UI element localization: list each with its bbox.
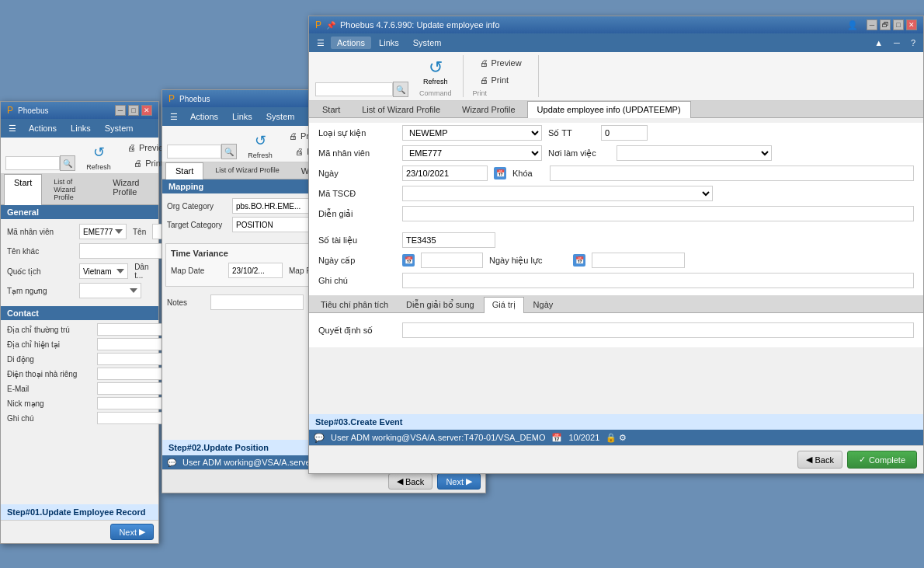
- main-tab-update[interactable]: Update employee info (UPDATEEMP): [527, 101, 691, 118]
- main-search-input[interactable]: [315, 82, 393, 96]
- main-khoa-input[interactable]: [550, 166, 914, 181]
- middle-next-btn[interactable]: Next ▶: [437, 473, 481, 490]
- back-refresh-group: ↺ Refresh: [83, 141, 114, 171]
- middle-back-btn[interactable]: ◀ Back: [388, 473, 432, 490]
- back-ghi-chu-row: Ghi chú: [1, 412, 158, 424]
- main-app-menu-icon[interactable]: ☰: [312, 37, 329, 50]
- main-ngay-hieu-luc-cal-icon[interactable]: 📅: [573, 254, 585, 267]
- middle-app-menu-icon[interactable]: ☰: [165, 110, 182, 124]
- main-dien-giai-input[interactable]: [402, 206, 914, 221]
- back-tam-ngung-select[interactable]: [79, 283, 141, 298]
- middle-refresh-group: ↺ Refresh: [245, 130, 276, 159]
- back-ma-nhan-vien-select[interactable]: EME777: [79, 224, 127, 239]
- main-inner-tab-0[interactable]: Tiêu chí phân tích: [312, 297, 397, 312]
- main-inner-tab-3[interactable]: Ngày: [525, 297, 562, 312]
- back-search-btn[interactable]: 🔍: [60, 155, 75, 171]
- main-preview-btn[interactable]: 🖨 Preview: [473, 55, 529, 71]
- main-print-btn[interactable]: 🖨 Print: [473, 72, 516, 88]
- back-minimize-btn[interactable]: ─: [115, 105, 126, 116]
- back-app-menu-icon[interactable]: ☰: [4, 122, 21, 135]
- main-ma-tscd-row: Mã TSCĐ: [309, 183, 923, 204]
- back-search-input[interactable]: [5, 156, 60, 170]
- main-status-user: User ADM working@VSA/A.server:T470-01/VS…: [331, 433, 545, 442]
- main-up-arrow[interactable]: ▲: [870, 37, 888, 49]
- main-ma-nhan-vien-select[interactable]: EME777: [402, 145, 542, 161]
- main-tab-start[interactable]: Start: [312, 101, 350, 117]
- back-close-btn[interactable]: ✕: [141, 105, 152, 116]
- back-next-btn[interactable]: Next ▶: [110, 524, 154, 540]
- middle-search-input[interactable]: [167, 145, 221, 159]
- main-refresh-icon: ↺: [429, 57, 443, 78]
- middle-tab-list[interactable]: List of Wizard Profile: [205, 162, 290, 179]
- main-quyet-dinh-input[interactable]: [402, 322, 914, 338]
- main-inner-tab-2[interactable]: Giá trị: [484, 297, 524, 313]
- middle-refresh-icon: ↺: [255, 132, 266, 149]
- main-restore-btn[interactable]: 🗗: [880, 19, 891, 30]
- main-complete-btn[interactable]: ✓ Complete: [847, 451, 917, 469]
- back-maximize-btn[interactable]: □: [128, 105, 139, 116]
- middle-status-icon: 💬: [167, 458, 176, 467]
- main-print-label: Print: [492, 75, 509, 85]
- main-minimize-ribbon-btn[interactable]: ─: [889, 37, 905, 49]
- middle-notes-input[interactable]: [210, 294, 304, 310]
- main-user-icon: 👤: [847, 20, 858, 30]
- middle-refresh-label: Refresh: [248, 152, 273, 159]
- main-loai-su-kien-select[interactable]: NEWEMP: [402, 125, 542, 141]
- main-so-tai-lieu-input[interactable]: [402, 232, 495, 248]
- main-tab-list[interactable]: List of Wizard Profile: [352, 101, 450, 117]
- back-tam-ngung-label: Tạm ngưng: [7, 287, 73, 295]
- main-ngay-input[interactable]: [402, 166, 488, 181]
- back-tab-start[interactable]: Start: [4, 174, 42, 205]
- back-refresh-btn[interactable]: ↺: [83, 141, 114, 163]
- main-step-label: Step#03.Create Event: [309, 414, 923, 430]
- main-ma-tscd-select[interactable]: [402, 186, 713, 201]
- main-help-btn[interactable]: ?: [906, 37, 920, 49]
- middle-menu-links[interactable]: Links: [226, 110, 259, 123]
- back-dia-chi-thuong-tru-row: Địa chỉ thường trú: [1, 323, 158, 336]
- middle-menu-system[interactable]: System: [260, 110, 301, 123]
- middle-map-date-input[interactable]: [228, 263, 283, 278]
- main-so-tt-input[interactable]: [601, 125, 648, 141]
- main-ngay-cap-cal-icon[interactable]: 📅: [402, 254, 415, 267]
- main-ngay-cap-input[interactable]: [421, 253, 483, 268]
- main-minimize-btn[interactable]: ─: [867, 19, 877, 30]
- back-step-footer: Step#01.Update Employee Record Next ▶: [1, 504, 158, 543]
- main-ma-nhan-vien-row: Mã nhân viên EME777 Nơi làm việc: [309, 143, 923, 163]
- back-quoc-tich-select[interactable]: Vietnam: [79, 263, 128, 279]
- back-ten-label: Tên: [133, 228, 146, 236]
- middle-next-label: Next: [446, 477, 464, 486]
- main-refresh-label: Refresh: [423, 78, 448, 85]
- main-khoa-label: Khóa: [512, 169, 544, 178]
- back-search-area: 🔍: [5, 155, 75, 171]
- main-menu-actions[interactable]: Actions: [331, 37, 371, 49]
- main-ngay-hieu-luc-input[interactable]: [592, 253, 685, 268]
- main-ghi-chu-input[interactable]: [402, 273, 914, 288]
- middle-menu-actions[interactable]: Actions: [184, 110, 224, 123]
- back-menu-actions[interactable]: Actions: [23, 122, 63, 134]
- middle-refresh-btn[interactable]: ↺: [245, 130, 276, 152]
- back-menu-links[interactable]: Links: [64, 122, 97, 134]
- main-pin-icon: 📌: [326, 21, 335, 30]
- main-print-group-label: Print: [473, 89, 488, 97]
- main-inner-tab-1[interactable]: Diễn giải bổ sung: [398, 297, 483, 312]
- back-menu-system[interactable]: System: [99, 122, 140, 134]
- main-maximize-btn[interactable]: □: [893, 19, 904, 30]
- middle-search-btn[interactable]: 🔍: [221, 144, 237, 159]
- main-menu-links[interactable]: Links: [373, 37, 405, 49]
- main-ghi-chu-row: Ghi chú: [309, 270, 923, 291]
- main-status-icons: 🔒 ⚙: [606, 433, 627, 443]
- main-search-btn[interactable]: 🔍: [393, 82, 408, 97]
- main-back-btn[interactable]: ◀ Back: [797, 451, 842, 469]
- main-tab-wizard[interactable]: Wizard Profile: [452, 101, 525, 117]
- main-window-title: Phoebus 4.7.6.990: Update employee info: [340, 20, 499, 30]
- main-refresh-btn[interactable]: ↺ Refresh: [418, 55, 453, 88]
- main-noi-lam-viec-select[interactable]: [617, 145, 772, 161]
- main-ngay-cal-icon[interactable]: 📅: [494, 167, 506, 179]
- back-email-row: E-Mail: [1, 382, 158, 395]
- main-menu-system[interactable]: System: [407, 37, 448, 49]
- main-close-btn[interactable]: ✕: [906, 19, 917, 30]
- middle-tab-start[interactable]: Start: [165, 162, 203, 179]
- main-ma-nhan-vien-label: Mã nhân viên: [318, 148, 396, 158]
- back-tab-list[interactable]: List of Wizard Profile: [43, 174, 101, 204]
- back-tab-wizard[interactable]: Wizard Profile: [102, 174, 154, 204]
